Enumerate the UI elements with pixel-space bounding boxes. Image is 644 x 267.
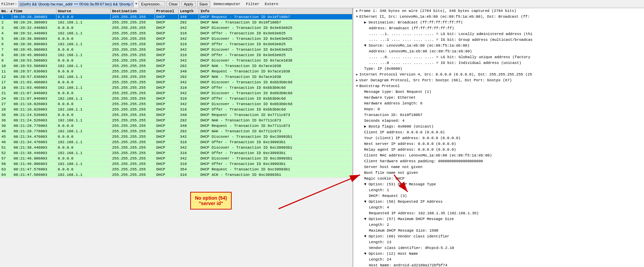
filter-input[interactable] [18,1,134,7]
detail-line[interactable]: ▼ Source: LenovoMo_1a:eb:80 (ec:89:f5:1a… [353,43,644,49]
detail-line[interactable]: .... ...0 .... .... .... .... = IG bit: … [353,60,644,66]
table-cell: 255.255.255.255 [111,47,155,52]
detail-line[interactable]: Relay agent IP address: 0.0.0.0 (0.0.0.0… [353,147,644,153]
detail-line-text: User Datagram Protocol, Src Port: bootpc… [359,78,512,82]
detail-line[interactable]: Address: LenovoMo_1a:eb:80 (ec:89:f5:1a:… [353,49,644,54]
apply-button[interactable]: Apply [181,1,196,7]
table-row[interactable]: 1708:21:03.4660030.0.0.0255.255.255.255D… [0,80,353,85]
detail-line[interactable]: ▼ Option: (57) Maximum DHCP Message Size [353,216,644,222]
detail-line[interactable]: Address: Broadcast (ff:ff:ff:ff:ff:ff) [353,26,644,31]
expand-icon [359,182,364,187]
table-row[interactable]: 1208:20:57.636003192.168.1.1255.255.255.… [0,74,353,80]
table-row[interactable]: 308:20:32.4460030.0.0.0255.255.255.255DH… [0,25,353,31]
table-row[interactable]: 5208:21:38.446003192.168.1.1255.255.255.… [0,150,353,156]
detail-line[interactable]: Client MAC address: LenovoMo_1a:eb:80 (e… [353,153,644,158]
table-row[interactable]: 208:20:26.386003192.168.1.1255.255.255.2… [0,20,353,25]
menu-extern[interactable]: Extern [263,2,281,6]
col-header-protocol[interactable]: Protocol [155,8,179,14]
detail-line[interactable]: Client hardware address padding: 0000000… [353,158,644,164]
table-row[interactable]: 2408:21:07.946003192.168.1.1255.255.255.… [0,96,353,101]
detail-line[interactable]: ▼Ethernet II, Src: LenovoMo_1a:eb:80 (ec… [353,14,644,20]
detail-line[interactable]: Client IP address: 0.0.0.0 (0.0.0.0) [353,130,644,135]
detail-panel[interactable]: ▶Frame 1: 348 bytes on wire (2784 bits),… [353,8,644,267]
menu-filter[interactable]: Filter [244,2,262,6]
detail-line[interactable]: Length: 2 [353,222,644,228]
detail-line[interactable]: .... ..1. .... .... .... .... = LG bit: … [353,31,644,37]
clear-button[interactable]: Clear [166,1,180,7]
detail-line[interactable]: Length: 1 [353,187,644,193]
detail-line[interactable]: Hardware address length: 6 [353,101,644,106]
menu-democomputer[interactable]: Democomputer [212,2,243,6]
detail-line[interactable]: Length: 4 [353,205,644,211]
table-row[interactable]: 2708:21:16.0260030.0.0.0255.255.255.255D… [0,101,353,107]
detail-line[interactable]: Length: 24 [353,257,644,263]
detail-line[interactable]: Message type: Boot Request (1) [353,89,644,95]
detail-line[interactable]: DHCP: Request (3) [353,193,644,199]
table-row[interactable]: 408:20:32.446003192.168.1.1255.255.255.2… [0,31,353,36]
table-row[interactable]: 2808:21:16.026003192.168.1.1255.255.255.… [0,107,353,112]
col-header-no[interactable]: No. ▲ [0,8,12,14]
expression-button[interactable]: Expression... [139,1,165,7]
detail-line[interactable]: Maximum DHCP Message Size: 1500 [353,228,644,234]
detail-line[interactable]: Your (client) IP address: 0.0.0.0 (0.0.0… [353,135,644,141]
table-row[interactable]: 1008:20:53.506003192.168.1.1255.255.255.… [0,63,353,69]
detail-line[interactable]: Length: 13 [353,239,644,245]
col-header-source[interactable]: Source [56,8,111,14]
detail-line[interactable]: ▼ Option: (12) Host Name [353,251,644,257]
table-row[interactable]: 708:20:45.9860030.0.0.0255.255.255.255DH… [0,47,353,52]
table-cell: 348 [179,14,199,19]
table-row[interactable]: 908:20:53.5060030.0.0.0255.255.255.255DH… [0,58,353,63]
detail-line[interactable]: ▼ Option: (53) DHCP Message Type [353,182,644,187]
detail-line[interactable]: .... ...1 .... .... .... .... = IG bit: … [353,37,644,43]
detail-line[interactable]: Server host name not given [353,164,644,170]
detail-line[interactable]: Type: IP (0x0800) [353,66,644,72]
table-row[interactable]: 108:20:26.3860030.0.0.0255.255.255.255DH… [0,14,353,20]
filter-dropdown[interactable]: ▼ [135,2,137,6]
detail-line[interactable]: ▶Internet Protocol Version 4, Src: 0.0.0… [353,72,644,78]
table-row[interactable]: 6408:21:47.586003192.168.1.1255.255.255.… [0,172,353,178]
table-row[interactable]: 5108:21:38.4460030.0.0.0255.255.255.255D… [0,145,353,150]
detail-line[interactable]: Transaction ID: 0x10f180b7 [353,112,644,118]
table-cell: 255.255.255.255 [111,14,155,19]
table-row[interactable]: 808:20:45.986003192.168.1.1255.255.255.2… [0,52,353,58]
table-row[interactable]: 4008:21:28.776003192.168.1.1255.255.255.… [0,129,353,134]
detail-line[interactable]: Boot file name not given [353,170,644,176]
table-row[interactable]: 3608:21:24.526003192.168.1.1255.255.255.… [0,118,353,123]
col-header-info[interactable]: Info [199,8,353,14]
table-row[interactable]: 5708:21:46.9060030.0.0.0255.255.255.255D… [0,156,353,161]
detail-line[interactable]: Host Name: android-a32108a172bfbf74 [353,263,644,267]
table-row[interactable]: 1108:20:57.6360030.0.0.0255.255.255.255D… [0,69,353,74]
detail-line[interactable]: Hops: 0 [353,106,644,112]
table-row[interactable]: 4608:21:34.476003192.168.1.1255.255.255.… [0,139,353,145]
col-header-time[interactable]: Time [12,8,56,14]
detail-line[interactable]: Magic cookie: DHCP [353,176,644,182]
table-row[interactable]: 508:20:36.9960030.0.0.0255.255.255.255DH… [0,36,353,41]
table-row[interactable]: 6308:21:47.5760030.0.0.0255.255.255.255D… [0,167,353,172]
detail-line[interactable]: ▶ Bootp flags: 0x0000 (Unicast) [353,124,644,130]
table-cell: DHCP Offer - Transaction ID 0xc39993b1 [199,139,353,145]
table-row[interactable]: 4508:21:34.4760030.0.0.0255.255.255.255D… [0,134,353,139]
detail-line[interactable]: Seconds elapsed: 4 [353,118,644,124]
table-row[interactable]: 3908:21:28.7760030.0.0.0255.255.255.255D… [0,123,353,129]
detail-line[interactable]: ▼Bootstrap Protocol [353,83,644,89]
detail-line[interactable]: .... ..0. .... .... .... .... = LG bit: … [353,54,644,60]
detail-line[interactable]: ▼ Option: (50) Requested IP Address [353,199,644,205]
table-row[interactable]: 608:20:36.996003192.168.1.1255.255.255.2… [0,41,353,47]
col-header-destination[interactable]: Destination [111,8,155,14]
detail-line[interactable]: ▶User Datagram Protocol, Src Port: bootp… [353,78,644,83]
detail-line[interactable]: Hardware type: Ethernet [353,95,644,101]
table-cell: 192.168.1.1 [56,31,111,36]
detail-line[interactable]: Vendor class identifier: dhcpcd-5.2.10 [353,245,644,251]
detail-line[interactable]: Requested IP Address: 192.168.1.35 (192.… [353,211,644,216]
table-row[interactable]: 2108:21:07.9460030.0.0.0255.255.255.255D… [0,90,353,96]
save-button[interactable]: Save [197,1,210,7]
detail-line[interactable]: ▶ Destination: Broadcast (ff:ff:ff:ff:ff… [353,20,644,26]
detail-line[interactable]: Next server IP address: 0.0.0.0 (0.0.0.0… [353,141,644,147]
detail-line[interactable]: ▼ Option: (60) Vendor class identifier [353,234,644,239]
table-row[interactable]: 5808:21:46.906003192.168.1.1255.255.255.… [0,161,353,167]
col-header-length[interactable]: Length [179,8,199,14]
table-row[interactable]: 1808:21:03.466003192.168.1.1255.255.255.… [0,85,353,90]
packet-list[interactable]: No. ▲ Time Source Destination Protocol L… [0,8,353,267]
detail-line[interactable]: ▶Frame 1: 348 bytes on wire (2784 bits),… [353,8,644,14]
table-row[interactable]: 3508:21:24.5260030.0.0.0255.255.255.255D… [0,112,353,118]
